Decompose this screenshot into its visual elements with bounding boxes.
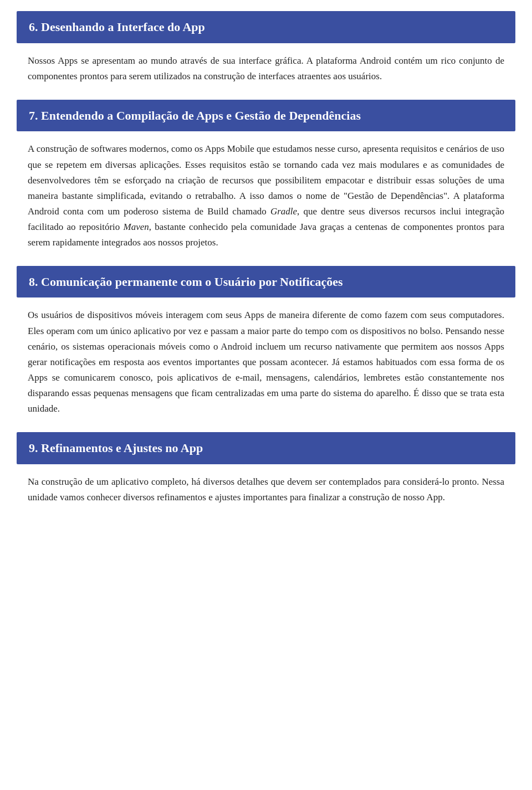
section-9-block: 9. Refinamentos e Ajustes no App Na cons…: [17, 432, 515, 505]
section-6-header: 6. Desenhando a Interface do App: [17, 11, 515, 43]
page-container: 6. Desenhando a Interface do App Nossos …: [0, 0, 532, 537]
section-7-p1: A construção de softwares modernos, como…: [28, 141, 504, 250]
section-9-title: 9. Refinamentos e Ajustes no App: [29, 440, 503, 456]
section-6-intro-p1: Nossos Apps se apresentam ao mundo atrav…: [28, 53, 504, 84]
section-9-header: 9. Refinamentos e Ajustes no App: [17, 432, 515, 464]
section-6-intro: Nossos Apps se apresentam ao mundo atrav…: [17, 53, 515, 84]
section-7-header: 7. Entendendo a Compilação de Apps e Ges…: [17, 100, 515, 132]
section-8-header: 8. Comunicação permanente com o Usuário …: [17, 266, 515, 298]
section-6-block: 6. Desenhando a Interface do App Nossos …: [17, 11, 515, 84]
section-9-p1: Na construção de um aplicativo completo,…: [28, 474, 504, 505]
section-9-body: Na construção de um aplicativo completo,…: [17, 474, 515, 505]
section-8-p1: Os usuários de dispositivos móveis inter…: [28, 307, 504, 416]
section-6-title: 6. Desenhando a Interface do App: [29, 19, 503, 35]
maven-italic: Maven: [123, 222, 149, 232]
gradle-italic: Gradle: [270, 206, 297, 217]
section-8-title: 8. Comunicação permanente com o Usuário …: [29, 274, 503, 290]
section-8-block: 8. Comunicação permanente com o Usuário …: [17, 266, 515, 417]
section-7-body: A construção de softwares modernos, como…: [17, 141, 515, 250]
section-7-title: 7. Entendendo a Compilação de Apps e Ges…: [29, 107, 503, 124]
section-7-block: 7. Entendendo a Compilação de Apps e Ges…: [17, 100, 515, 250]
section-8-body: Os usuários de dispositivos móveis inter…: [17, 307, 515, 416]
